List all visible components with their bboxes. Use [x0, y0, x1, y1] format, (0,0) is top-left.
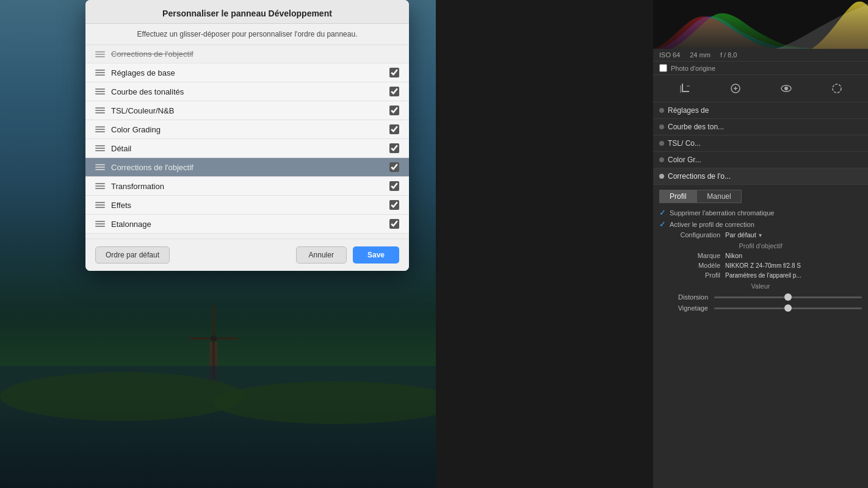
- panel-tsl[interactable]: TSL/ Co...: [653, 135, 868, 152]
- color-gr-label: Color Gr...: [668, 156, 701, 164]
- tab-profil[interactable]: Profil: [659, 190, 696, 203]
- panel-courbe[interactable]: Courbe des ton...: [653, 119, 868, 135]
- drag-item-label-detail: Détail: [111, 144, 389, 153]
- drag-handle-effets: [95, 202, 105, 208]
- drag-item-check-transformation[interactable]: [389, 181, 399, 191]
- drag-item-corrections-objectif[interactable]: Corrections de l'objectif: [85, 158, 409, 177]
- drag-item-check-corrections-objectif[interactable]: [389, 162, 399, 172]
- svg-rect-10: [682, 91, 689, 92]
- photo-originale-checkbox[interactable]: [659, 64, 667, 72]
- panel-color-gr[interactable]: Color Gr...: [653, 152, 868, 168]
- drag-item-detail[interactable]: Détail: [85, 139, 409, 158]
- panel-corrections[interactable]: Corrections de l'o...: [653, 168, 868, 185]
- drag-handle-color-grading: [95, 126, 105, 132]
- drag-item-check-etalonnage[interactable]: [389, 219, 399, 229]
- modele-value: NIKKOR Z 24-70mm f/2.8 S: [725, 262, 801, 269]
- drag-item-label-courbe-tonalites: Courbe des tonalités: [111, 87, 389, 96]
- section-dot: [659, 174, 664, 179]
- drag-item-check-color-grading[interactable]: [389, 124, 399, 134]
- configuration-label: Configuration: [659, 231, 720, 239]
- drag-item-label-etalonnage: Etalonnage: [111, 220, 389, 229]
- photo-originale-row[interactable]: Photo d'origine: [653, 62, 868, 75]
- drag-item-check-detail[interactable]: [389, 143, 399, 153]
- focal-length: 24 mm: [690, 51, 711, 59]
- vignetage-label: Vignetage: [659, 304, 708, 312]
- section-dot: [659, 124, 664, 129]
- modele-row: Modèle NIKKOR Z 24-70mm f/2.8 S: [659, 262, 862, 269]
- drag-item-transformation[interactable]: Transformation: [85, 177, 409, 196]
- profil-value: Paramètres de l'appareil p...: [725, 272, 801, 279]
- cancel-button[interactable]: Annuler: [296, 246, 347, 264]
- drag-item-label-effets: Effets: [111, 201, 389, 210]
- drag-item-etalonnage[interactable]: Etalonnage: [85, 215, 409, 234]
- vignetage-thumb[interactable]: [784, 304, 792, 312]
- distorsion-slider-row: Distorsion: [659, 293, 862, 301]
- save-button[interactable]: Save: [353, 246, 399, 264]
- drag-item-reglages-base[interactable]: Réglages de base: [85, 63, 409, 82]
- drag-item-courbe-tonalites[interactable]: Courbe des tonalités: [85, 82, 409, 101]
- default-order-button[interactable]: Ordre par défaut: [95, 246, 170, 264]
- drag-item-color-grading[interactable]: Color Grading: [85, 120, 409, 139]
- drag-item-check-reglages-base[interactable]: [389, 68, 399, 77]
- tsl-label: TSL/ Co...: [668, 139, 701, 148]
- drag-handle-corrections-objectif: [95, 164, 105, 170]
- drag-handle-etalonnage: [95, 221, 105, 227]
- heal-icon[interactable]: [727, 80, 744, 97]
- right-development-panel: ISO 64 24 mm f / 8,0 Photo d'origine: [653, 0, 868, 488]
- drag-item-effets[interactable]: Effets: [85, 196, 409, 215]
- corrections-label: Corrections de l'o...: [668, 172, 731, 181]
- histogram: [653, 0, 868, 49]
- distorsion-label: Distorsion: [659, 293, 708, 301]
- chromatic-aberration-label: Supprimer l'aberration chromatique: [670, 209, 774, 217]
- drag-handle-detail: [95, 145, 105, 151]
- correction-profile-row[interactable]: ✓ Activer le profil de correction: [659, 220, 862, 229]
- drag-handle-courbe-tonalites: [95, 88, 105, 95]
- panel-reglages-de[interactable]: Réglages de: [653, 102, 868, 119]
- check-icon-2: ✓: [659, 220, 666, 229]
- drag-handle-reglages-base: [95, 70, 105, 76]
- marque-row: Marque Nikon: [659, 252, 862, 259]
- svg-rect-11: [680, 85, 681, 93]
- distorsion-track[interactable]: [714, 296, 862, 298]
- dialog-overlay: Personnaliser le panneau Développement E…: [0, 0, 436, 488]
- customize-panel-dialog: Personnaliser le panneau Développement E…: [85, 0, 409, 271]
- config-dropdown-icon[interactable]: ▾: [759, 232, 762, 239]
- section-dot: [659, 157, 664, 162]
- svg-rect-12: [687, 85, 690, 87]
- drag-item-tsl-couleur[interactable]: TSL/Couleur/N&B: [85, 101, 409, 120]
- section-dot: [659, 108, 664, 113]
- drag-item-label-reglages-base: Réglages de base: [111, 68, 389, 77]
- dialog-footer: Ordre par défaut Annuler Save: [85, 239, 409, 271]
- courbe-label: Courbe des ton...: [668, 123, 724, 131]
- ghost-item-label: Corrections de l'objectif: [111, 49, 193, 59]
- drag-item-label-color-grading: Color Grading: [111, 125, 389, 134]
- drag-item-check-courbe-tonalites[interactable]: [389, 87, 399, 96]
- distorsion-thumb[interactable]: [784, 293, 792, 301]
- check-icon: ✓: [659, 208, 666, 217]
- configuration-value: Par défaut: [725, 231, 756, 239]
- drag-item-check-tsl-couleur[interactable]: [389, 106, 399, 115]
- footer-right-buttons: Annuler Save: [296, 246, 399, 264]
- histogram-chart: [653, 0, 868, 49]
- mask-icon[interactable]: [828, 80, 845, 97]
- photo-originale-label: Photo d'origine: [671, 65, 715, 72]
- configuration-row: Configuration Par défaut ▾: [659, 231, 862, 239]
- chromatic-aberration-row[interactable]: ✓ Supprimer l'aberration chromatique: [659, 208, 862, 217]
- redeye-icon[interactable]: [778, 80, 795, 97]
- crop-icon[interactable]: [676, 80, 693, 97]
- vignetage-track[interactable]: [714, 307, 862, 309]
- tab-manuel[interactable]: Manuel: [696, 190, 741, 203]
- valeur-header: Valeur: [659, 282, 862, 290]
- drag-handle-ghost: [95, 51, 105, 57]
- dialog-title: Personnaliser le panneau Développement: [85, 0, 409, 24]
- drag-handle-transformation: [95, 183, 105, 189]
- aperture-value: f / 8,0: [720, 51, 737, 59]
- profil-manuel-tabs: Profil Manuel: [659, 190, 862, 203]
- drag-item-check-effets[interactable]: [389, 200, 399, 210]
- svg-point-15: [784, 87, 788, 90]
- marque-label: Marque: [659, 252, 720, 259]
- profil-row: Profil Paramètres de l'appareil p...: [659, 271, 862, 279]
- correction-profile-label: Activer le profil de correction: [670, 221, 754, 228]
- dragging-ghost-item[interactable]: Corrections de l'objectif: [85, 45, 409, 63]
- marque-value: Nikon: [725, 252, 742, 259]
